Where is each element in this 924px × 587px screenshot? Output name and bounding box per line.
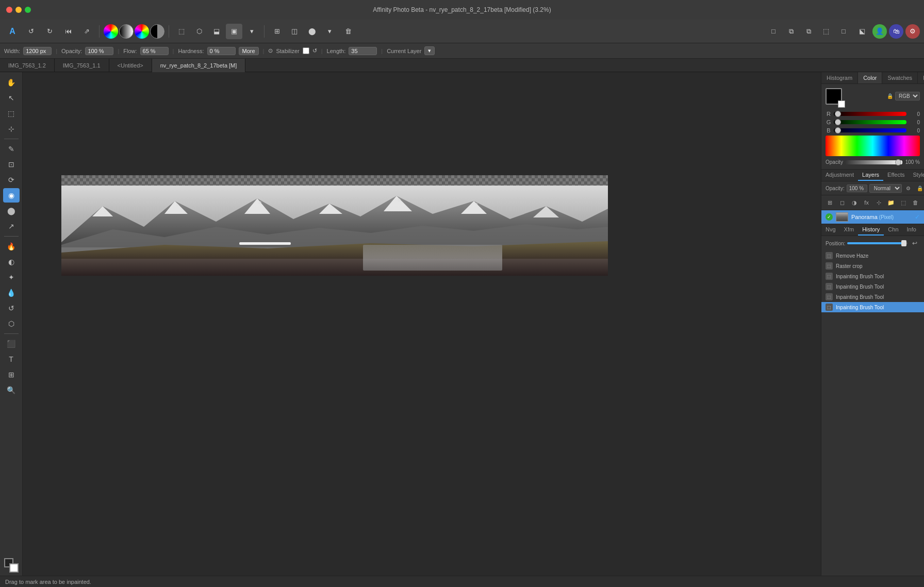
selection-brush-tool[interactable]: ⊹ <box>3 122 20 136</box>
history-item-5[interactable]: ⬚ Inpainting Brush Tool <box>821 302 924 312</box>
layer-settings-btn[interactable]: ⚙ <box>904 183 913 193</box>
chn-tab[interactable]: Chn <box>884 224 902 236</box>
trash-button[interactable]: 🗑 <box>340 24 356 39</box>
layer-visible-icon[interactable]: ✓ <box>826 213 833 221</box>
layer-blend-select[interactable]: Normal <box>869 184 902 193</box>
view-button-4[interactable]: ⬚ <box>818 24 834 39</box>
history-button[interactable]: ⏮ <box>60 24 76 39</box>
history-item-4[interactable]: ⬚ Inpainting Brush Tool <box>821 292 924 302</box>
history-options-icon[interactable]: ≡ <box>920 224 924 236</box>
more-button[interactable]: More <box>239 47 259 55</box>
effects-tab[interactable]: Effects <box>883 170 909 181</box>
sel-brush-button[interactable]: ⬓ <box>208 24 225 39</box>
layer-pixel-btn[interactable]: ◻ <box>837 197 848 208</box>
xfm-tab[interactable]: Xfm <box>840 224 859 236</box>
snap-button[interactable]: ◫ <box>286 24 303 39</box>
view-button-5[interactable]: □ <box>835 24 852 39</box>
layer-embed-btn[interactable]: ⬚ <box>898 197 909 208</box>
g-slider[interactable] <box>834 120 906 124</box>
color-picker-icon[interactable] <box>135 24 149 39</box>
drop-tool[interactable]: 💧 <box>3 286 20 300</box>
redo-button[interactable]: ↻ <box>41 24 58 39</box>
tab-active[interactable]: nv_rye_patch_8_2_17beta [M] <box>152 59 246 72</box>
hardness-input[interactable] <box>207 47 236 55</box>
move-tool[interactable]: ↖ <box>3 91 20 105</box>
layer-adj-btn[interactable]: ⊹ <box>873 197 884 208</box>
layer-lock-btn[interactable]: 🔒 <box>915 183 924 193</box>
zoom-tool[interactable]: 🔍 <box>3 383 20 397</box>
store-button[interactable]: 🛍 <box>889 24 903 39</box>
width-input[interactable] <box>23 47 52 55</box>
layer-mask-btn[interactable]: ◑ <box>849 197 860 208</box>
user-button[interactable]: 👤 <box>872 24 887 39</box>
r-slider[interactable] <box>834 112 906 116</box>
opacity-input[interactable] <box>85 47 113 55</box>
styles-tab[interactable]: Styles <box>909 170 925 181</box>
layer-folder-btn[interactable]: 📁 <box>886 197 897 208</box>
maximize-button[interactable] <box>25 7 31 13</box>
stabilizer-checkbox[interactable] <box>303 47 309 54</box>
info-tab[interactable]: Info <box>903 224 920 236</box>
color-bw-icon[interactable] <box>119 24 134 39</box>
view-button-1[interactable]: □ <box>765 24 782 39</box>
smudge-tool[interactable]: 🔥 <box>3 239 20 254</box>
blemish-tool[interactable]: ⬡ <box>3 316 20 331</box>
sel-rect-button[interactable]: ⬚ <box>173 24 190 39</box>
brushes-tab[interactable]: Brushes <box>918 72 924 83</box>
view-button-2[interactable]: ⧉ <box>783 24 799 39</box>
history-tab[interactable]: History <box>858 224 884 236</box>
history-item-0[interactable]: ⬚ Remove Haze <box>821 250 924 261</box>
layer-opacity-input[interactable] <box>847 185 867 192</box>
history-item-1[interactable]: ⬚ Raster crop <box>821 261 924 271</box>
view-button-3[interactable]: ⧉ <box>800 24 817 39</box>
history-item-3[interactable]: ⬚ Inpainting Brush Tool <box>821 281 924 292</box>
sel-poly-button[interactable]: ⬡ <box>191 24 207 39</box>
close-button[interactable] <box>6 7 12 13</box>
undo-button[interactable]: ↺ <box>23 24 39 39</box>
b-slider[interactable] <box>834 128 906 132</box>
arrange-button[interactable]: ⬕ <box>854 24 870 39</box>
sel-dropdown-button[interactable]: ▾ <box>243 24 260 39</box>
background-color[interactable] <box>9 563 19 573</box>
dodge-tool[interactable]: ◐ <box>3 255 20 269</box>
tab-img1[interactable]: IMG_7563_1.2 <box>0 59 55 72</box>
clone-tool[interactable]: ⟳ <box>3 173 20 187</box>
layer-delete-btn[interactable]: 🗑 <box>910 197 921 208</box>
opacity-slider[interactable] <box>845 160 902 164</box>
layer-fx-btn[interactable]: fx <box>861 197 872 208</box>
white-background-swatch[interactable] <box>838 100 845 108</box>
layer-group-btn[interactable]: ⊞ <box>824 197 835 208</box>
gradient-tool[interactable]: ↗ <box>3 219 20 233</box>
color-mode-select[interactable]: RGB <box>895 92 920 100</box>
heal-tool[interactable]: ↺ <box>3 301 20 315</box>
crop-tool[interactable]: ⬚ <box>3 106 20 121</box>
color-half-icon[interactable] <box>150 24 164 39</box>
marquee-tool[interactable]: ⊡ <box>3 157 20 172</box>
color-swatch[interactable] <box>4 558 19 573</box>
color-spectrum[interactable] <box>826 136 920 156</box>
inpaint-tool[interactable]: ◉ <box>3 188 20 203</box>
length-input[interactable] <box>349 47 377 55</box>
histogram-tab[interactable]: Histogram <box>821 72 858 83</box>
tab-untitled[interactable]: <Untitled> <box>109 59 152 72</box>
paint-brush-tool[interactable]: ✎ <box>3 142 20 156</box>
history-position-slider[interactable] <box>847 242 908 244</box>
adjustment-tab[interactable]: Adjustment <box>821 170 858 181</box>
tab-img2[interactable]: IMG_7563_1.1 <box>55 59 109 72</box>
sel-mask-button[interactable]: ▣ <box>226 24 242 39</box>
layer-select-btn[interactable]: ▾ <box>424 46 435 55</box>
text-tool[interactable]: T <box>3 352 20 366</box>
share-button[interactable]: ⇗ <box>78 24 95 39</box>
color-tab[interactable]: Color <box>858 72 882 83</box>
table-tool[interactable]: ⊞ <box>3 367 20 382</box>
layers-tab[interactable]: Layers <box>858 170 883 181</box>
nvg-tab[interactable]: Nvg <box>821 224 840 236</box>
snap-options-button[interactable]: ⬤ <box>304 24 320 39</box>
fill-tool[interactable]: ⬤ <box>3 204 20 218</box>
history-reset-button[interactable]: ↩ <box>910 238 920 248</box>
rect-shape-tool[interactable]: ⬛ <box>3 337 20 351</box>
canvas-area[interactable] <box>23 72 821 576</box>
grid-button[interactable]: ⊞ <box>269 24 285 39</box>
panorama-layer[interactable]: ✓ Panorama (Pixel) ✓ <box>821 210 924 224</box>
snap-dropdown[interactable]: ▾ <box>321 24 338 39</box>
